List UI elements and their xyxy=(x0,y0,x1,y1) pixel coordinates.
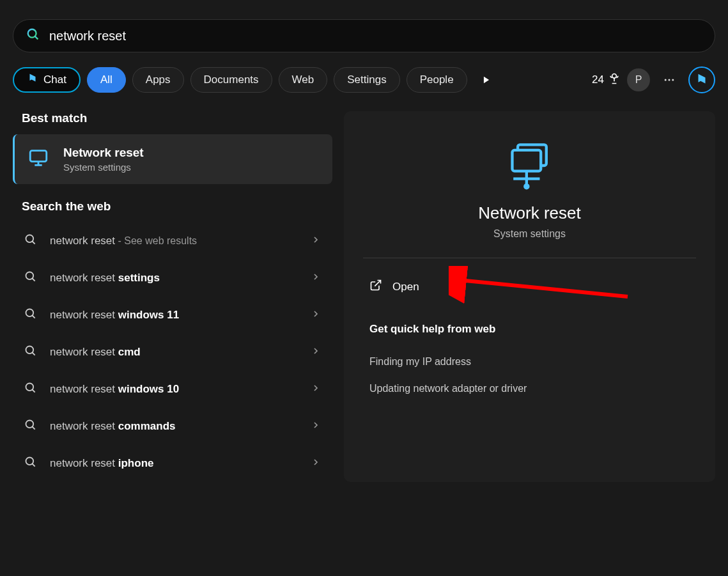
web-result-text: network reset settings xyxy=(50,272,298,284)
search-icon xyxy=(24,419,37,434)
chevron-right-icon xyxy=(311,383,321,396)
monitor-icon xyxy=(27,147,49,171)
svg-point-28 xyxy=(525,185,528,188)
search-icon xyxy=(24,382,37,397)
svg-rect-24 xyxy=(512,150,541,171)
help-item[interactable]: Updating network adapter or driver xyxy=(363,375,696,402)
panel-title: Network reset xyxy=(363,203,696,223)
points-value: 24 xyxy=(592,74,604,86)
svg-line-20 xyxy=(33,427,35,430)
filter-all[interactable]: All xyxy=(87,67,126,93)
chevron-right-icon xyxy=(311,457,321,470)
more-filters-icon[interactable] xyxy=(474,67,499,93)
chevron-right-icon xyxy=(311,420,321,433)
best-match-header: Best match xyxy=(13,111,332,125)
user-avatar[interactable]: P xyxy=(627,68,650,91)
svg-line-22 xyxy=(33,464,35,467)
external-link-icon xyxy=(369,279,382,295)
trophy-icon xyxy=(608,72,621,88)
detail-panel: Network reset System settings Open Get q… xyxy=(344,111,715,482)
search-icon xyxy=(24,345,37,360)
filter-web[interactable]: Web xyxy=(279,67,328,93)
filter-documents[interactable]: Documents xyxy=(190,67,272,93)
svg-point-2 xyxy=(612,74,617,78)
svg-line-14 xyxy=(33,316,35,318)
svg-line-30 xyxy=(459,280,628,297)
svg-point-17 xyxy=(26,384,34,391)
svg-point-3 xyxy=(665,79,667,81)
filter-apps[interactable]: Apps xyxy=(132,67,184,93)
svg-line-12 xyxy=(33,279,35,281)
chat-label: Chat xyxy=(43,74,66,86)
svg-line-10 xyxy=(33,242,35,244)
svg-rect-6 xyxy=(30,151,47,162)
svg-line-16 xyxy=(33,353,35,355)
web-result-item[interactable]: network reset - See web results xyxy=(13,222,332,260)
svg-point-5 xyxy=(672,79,674,81)
search-icon xyxy=(24,270,37,286)
help-item[interactable]: Finding my IP address xyxy=(363,348,696,375)
web-result-item[interactable]: network reset iphone xyxy=(13,445,332,482)
search-icon xyxy=(26,27,40,44)
filter-people[interactable]: People xyxy=(407,67,467,93)
svg-line-1 xyxy=(35,36,38,40)
svg-point-19 xyxy=(26,421,34,428)
web-result-item[interactable]: network reset settings xyxy=(13,260,332,297)
svg-point-9 xyxy=(26,235,34,243)
web-result-item[interactable]: network reset cmd xyxy=(13,334,332,371)
chevron-right-icon xyxy=(311,309,321,322)
bing-chat-button[interactable] xyxy=(688,66,715,93)
filter-settings[interactable]: Settings xyxy=(334,67,399,93)
open-button[interactable]: Open xyxy=(363,274,696,300)
web-results-list: network reset - See web results network … xyxy=(13,222,332,482)
svg-point-21 xyxy=(26,458,34,465)
search-icon xyxy=(24,233,37,249)
best-match-item[interactable]: Network reset System settings xyxy=(13,134,332,184)
svg-line-29 xyxy=(375,281,380,286)
arrow-annotation xyxy=(449,266,634,304)
panel-subtitle: System settings xyxy=(363,228,696,240)
search-input[interactable] xyxy=(49,29,702,43)
svg-point-4 xyxy=(669,79,670,81)
best-match-subtitle: System settings xyxy=(63,162,144,173)
filter-row: Chat All Apps Documents Web Settings Peo… xyxy=(13,66,715,93)
search-web-header: Search the web xyxy=(13,199,332,214)
rewards-points[interactable]: 24 xyxy=(592,72,621,88)
best-match-title: Network reset xyxy=(63,146,144,160)
web-result-text: network reset cmd xyxy=(50,346,298,359)
svg-point-11 xyxy=(26,272,34,280)
svg-line-18 xyxy=(33,390,35,393)
web-result-item[interactable]: network reset commands xyxy=(13,408,332,445)
search-icon xyxy=(24,307,37,323)
search-bar[interactable] xyxy=(13,19,715,52)
svg-point-0 xyxy=(28,29,36,38)
svg-point-13 xyxy=(26,309,34,317)
search-icon xyxy=(24,456,37,471)
bing-chat-icon xyxy=(27,73,38,88)
web-result-text: network reset iphone xyxy=(50,457,298,470)
quick-help-header: Get quick help from web xyxy=(363,323,696,336)
chevron-right-icon xyxy=(311,346,321,359)
content: Best match Network reset System settings… xyxy=(13,111,715,482)
web-result-text: network reset - See web results xyxy=(50,235,298,247)
more-icon[interactable] xyxy=(656,67,682,93)
web-result-text: network reset windows 10 xyxy=(50,383,298,396)
open-label: Open xyxy=(392,281,419,293)
web-result-item[interactable]: network reset windows 11 xyxy=(13,297,332,334)
chevron-right-icon xyxy=(311,235,321,247)
web-result-item[interactable]: network reset windows 10 xyxy=(13,371,332,408)
web-result-text: network reset windows 11 xyxy=(50,309,298,322)
left-column: Best match Network reset System settings… xyxy=(13,111,332,482)
chevron-right-icon xyxy=(311,272,321,284)
chat-pill[interactable]: Chat xyxy=(13,67,81,93)
network-reset-icon xyxy=(501,137,559,194)
web-result-text: network reset commands xyxy=(50,420,298,433)
help-list: Finding my IP addressUpdating network ad… xyxy=(363,348,696,402)
svg-point-15 xyxy=(26,346,34,354)
divider xyxy=(363,258,696,258)
